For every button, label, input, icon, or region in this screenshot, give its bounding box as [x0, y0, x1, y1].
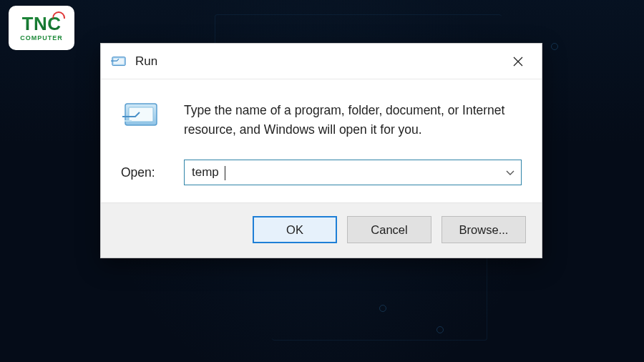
open-input[interactable]: [185, 160, 521, 185]
close-button[interactable]: [500, 44, 536, 79]
dialog-description: Type the name of a program, folder, docu…: [184, 99, 522, 140]
svg-rect-3: [129, 107, 153, 122]
cancel-button[interactable]: Cancel: [347, 216, 431, 243]
dialog-title: Run: [135, 54, 500, 69]
ok-button[interactable]: OK: [253, 216, 337, 243]
logo-brand-text: TNC: [22, 14, 62, 33]
run-large-icon: [121, 99, 160, 131]
titlebar[interactable]: Run: [101, 44, 542, 79]
open-label: Open:: [121, 165, 172, 180]
open-combobox[interactable]: [184, 160, 522, 185]
close-icon: [512, 56, 524, 67]
tnc-logo: TNC COMPUTER: [9, 6, 74, 50]
button-row: OK Cancel Browse...: [101, 202, 542, 258]
browse-button[interactable]: Browse...: [441, 216, 526, 243]
logo-sub-text: COMPUTER: [20, 34, 63, 41]
run-app-icon: [111, 54, 127, 69]
text-cursor: [225, 166, 225, 180]
dialog-content: Type the name of a program, folder, docu…: [101, 79, 542, 202]
run-dialog: Run Type the name of a program: [100, 43, 542, 258]
